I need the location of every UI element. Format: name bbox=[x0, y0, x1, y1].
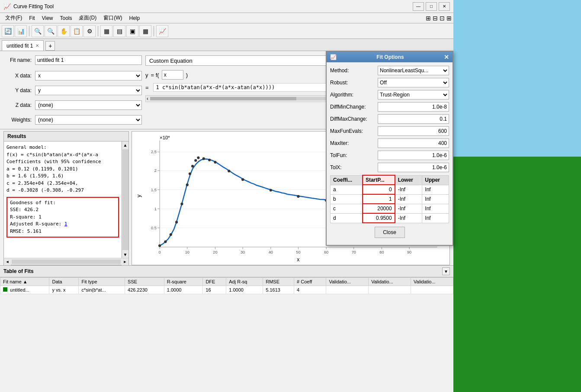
toolbar-zoom-out[interactable]: 🔍 bbox=[45, 25, 57, 37]
col-rsquare[interactable]: R-square bbox=[164, 278, 203, 286]
menu-desktop[interactable]: 桌面(D) bbox=[75, 13, 100, 22]
col-validation2[interactable]: Validatio... bbox=[369, 278, 411, 286]
diff-min-change-input[interactable] bbox=[378, 102, 449, 112]
coeff-d-name: d bbox=[331, 213, 363, 223]
col-adj-rsq[interactable]: Adj R-sq bbox=[226, 278, 263, 286]
coeff-c-lower: -Inf bbox=[395, 204, 422, 213]
fit-options-panel: 📈 Fit Options ✕ Method: NonlinearLeastSq… bbox=[326, 51, 453, 246]
algorithm-select[interactable]: Trust-Region bbox=[378, 90, 449, 100]
row-validation3 bbox=[411, 286, 453, 294]
fit-options-close-button[interactable]: Close bbox=[375, 227, 405, 238]
col-sse[interactable]: SSE bbox=[125, 278, 164, 286]
svg-text:20: 20 bbox=[213, 250, 217, 254]
diff-max-change-input[interactable] bbox=[378, 114, 449, 124]
y-var-label: y bbox=[145, 72, 148, 78]
fit-options-title-label: Fit Options bbox=[376, 54, 404, 60]
toolbar-sep-2 bbox=[98, 26, 98, 36]
menu-window[interactable]: 窗口(W) bbox=[100, 13, 125, 22]
row-data: y vs. x bbox=[49, 286, 79, 294]
robust-select[interactable]: Off bbox=[378, 78, 449, 87]
max-fun-evals-input[interactable] bbox=[378, 126, 449, 136]
coeff-d: d = -0.3028 (-0.308, -0.297 bbox=[6, 187, 119, 194]
robust-label: Robust: bbox=[330, 80, 378, 86]
scroll-down-button[interactable]: ▼ bbox=[122, 251, 129, 258]
tab-untitled-fit-1[interactable]: untitled fit 1 ✕ bbox=[2, 40, 44, 51]
data-point bbox=[189, 172, 191, 175]
fit-name-input[interactable] bbox=[35, 55, 142, 65]
svg-text:2.5: 2.5 bbox=[151, 150, 157, 154]
menu-file[interactable]: 文件(F) bbox=[2, 13, 26, 22]
y-data-label: Y data: bbox=[3, 87, 32, 93]
toolbar-chart[interactable]: 📊 bbox=[15, 25, 27, 37]
adj-rsquare-link[interactable]: 1 bbox=[64, 221, 67, 227]
weights-select[interactable]: (none) bbox=[35, 115, 142, 125]
minimize-button[interactable]: — bbox=[413, 2, 424, 11]
col-dfe[interactable]: DFE bbox=[203, 278, 226, 286]
scroll-right-results-button[interactable]: ► bbox=[122, 258, 128, 265]
row-rsquare: 1.0000 bbox=[164, 286, 203, 294]
results-scrollbar[interactable]: ▲ ▼ bbox=[122, 141, 128, 258]
z-data-select[interactable]: (none) bbox=[35, 100, 142, 110]
tab-close-icon[interactable]: ✕ bbox=[35, 43, 39, 48]
tol-fun-input[interactable] bbox=[378, 151, 449, 160]
results-content: General model: f(x) = c*sin(b*atan(a*x-d… bbox=[4, 141, 122, 258]
method-select[interactable]: NonlinearLeastSqu... bbox=[378, 66, 449, 75]
coeff-b-start[interactable]: 1 bbox=[363, 194, 395, 204]
x-var-input[interactable] bbox=[162, 70, 183, 80]
toolbar-pan[interactable]: ✋ bbox=[58, 25, 70, 37]
close-button[interactable]: ✕ bbox=[439, 2, 450, 11]
menu-view[interactable]: View bbox=[39, 14, 57, 22]
scroll-up-button[interactable]: ▲ bbox=[122, 141, 129, 148]
col-ncoeff[interactable]: # Coeff bbox=[294, 278, 326, 286]
fit-options-title-bar: 📈 Fit Options ✕ bbox=[327, 52, 453, 62]
toolbar-plot[interactable]: 📈 bbox=[156, 25, 168, 37]
svg-text:2: 2 bbox=[154, 168, 157, 173]
tol-x-input[interactable] bbox=[378, 163, 449, 172]
fit-options-close-icon[interactable]: ✕ bbox=[444, 54, 449, 61]
coeff-row-d: d 0.9500 -Inf Inf bbox=[331, 213, 449, 223]
table-row: untitled... y vs. x c*sin(b*at... 426.22… bbox=[0, 286, 453, 294]
menu-fit[interactable]: Fit bbox=[26, 14, 38, 22]
goodness-of-fit-box: Goodness of fit: SSE: 426.2 R-square: 1 … bbox=[6, 197, 119, 238]
toolbar-settings[interactable]: ⚙ bbox=[83, 25, 96, 37]
col-validation1[interactable]: Validatio... bbox=[326, 278, 369, 286]
toolbar-grid3[interactable]: ▣ bbox=[126, 25, 138, 37]
col-fit-type[interactable]: Fit type bbox=[79, 278, 125, 286]
data-point bbox=[202, 157, 205, 160]
col-data[interactable]: Data bbox=[49, 278, 79, 286]
diff-max-change-label: DiffMaxChange: bbox=[330, 116, 378, 122]
svg-text:1: 1 bbox=[154, 207, 157, 211]
coeff-b: b = 1.6 (1.599, 1.6) bbox=[6, 173, 119, 180]
coeff-c-start[interactable]: 20000 bbox=[363, 204, 395, 213]
col-rmse[interactable]: RMSE bbox=[263, 278, 294, 286]
row-adj-rsq: 1.0000 bbox=[226, 286, 263, 294]
menu-help[interactable]: Help bbox=[125, 14, 143, 22]
col-validation3[interactable]: Validatio... bbox=[411, 278, 453, 286]
tab-add-button[interactable]: + bbox=[45, 41, 55, 51]
col-fit-name[interactable]: Fit name ▲ bbox=[0, 278, 49, 286]
y-data-select[interactable]: y bbox=[35, 86, 142, 95]
z-data-label: Z data: bbox=[3, 102, 32, 108]
table-scroll-button[interactable]: ▼ bbox=[442, 267, 450, 275]
table-title: Table of Fits bbox=[3, 268, 34, 274]
coeff-b-upper: Inf bbox=[422, 194, 449, 204]
toolbar-grid1[interactable]: ▦ bbox=[100, 25, 112, 37]
toolbar-grid4[interactable]: ▦ bbox=[139, 25, 151, 37]
maximize-button[interactable]: □ bbox=[426, 2, 437, 11]
max-iter-input[interactable] bbox=[378, 138, 449, 148]
toolbar-grid2[interactable]: ▤ bbox=[113, 25, 125, 37]
coeff-a: a = 0.12 (0.1199, 0.1201) bbox=[6, 166, 119, 173]
coeff-a-start[interactable]: 0 bbox=[363, 185, 395, 194]
toolbar-new[interactable]: 🔄 bbox=[2, 25, 14, 37]
scroll-left-icon[interactable]: ‹ bbox=[147, 96, 148, 102]
toolbar-zoom-in[interactable]: 🔍 bbox=[32, 25, 44, 37]
coeff-d-start[interactable]: 0.9500 bbox=[363, 213, 395, 223]
data-point bbox=[180, 202, 183, 205]
toolbar-data[interactable]: 📋 bbox=[71, 25, 83, 37]
data-point bbox=[241, 178, 244, 181]
weights-label: Weights: bbox=[3, 117, 32, 123]
scroll-left-button[interactable]: ◄ bbox=[4, 258, 11, 265]
x-data-select[interactable]: x bbox=[35, 71, 142, 80]
menu-tools[interactable]: Tools bbox=[56, 14, 75, 22]
coeff-d-upper: Inf bbox=[422, 213, 449, 223]
